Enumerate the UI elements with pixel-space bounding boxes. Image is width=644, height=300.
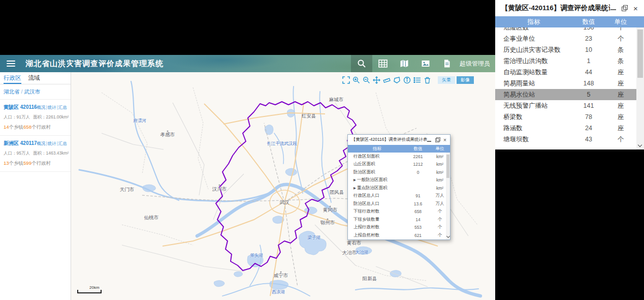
zoom-out-icon[interactable] — [362, 76, 371, 84]
table-row[interactable]: 自动监测站数量 44 座 — [495, 67, 636, 78]
table-row[interactable]: 防治区总人口 13.6 万人 — [348, 200, 450, 208]
minimize-icon[interactable] — [610, 5, 617, 12]
image-icon[interactable] — [415, 55, 436, 72]
breadcrumb: 湖北省/武汉市 — [0, 84, 71, 100]
table-row[interactable]: 桥梁数 78 座 — [495, 111, 636, 123]
breadcrumb-province-link[interactable]: 湖北省 — [4, 88, 20, 95]
dialog-window-controls: × — [427, 138, 447, 142]
district-overview-link[interactable]: 概况 — [37, 105, 46, 110]
table-row[interactable]: 行政区总人口 91 万人 — [348, 192, 450, 200]
sidebar-tab[interactable]: 行政区 — [4, 72, 21, 84]
map-water-label: 西凉湖 — [272, 289, 285, 295]
report-icon[interactable] — [436, 55, 458, 72]
basemap-button[interactable]: 矢量 — [438, 76, 455, 84]
table-icon[interactable] — [372, 55, 394, 72]
table-row[interactable]: 上报自然村数 621 个 — [348, 231, 450, 239]
table-row[interactable]: 行政区划面积 2261 km² — [348, 153, 450, 161]
dialog-titlebar[interactable]: 【黄陂区-420116】调查评价成果统计表 × — [348, 135, 450, 145]
map-city-label: 鄂州市 — [320, 220, 335, 226]
expand-arrow-icon[interactable]: ▶ — [348, 178, 356, 182]
row-label: 上报行政村数 — [352, 224, 406, 230]
panel-table-body: 危险区数 156 个 企事业单位 23 个 历史山洪灾害记录数 10 条 需治理… — [495, 27, 636, 149]
menu-icon[interactable] — [7, 59, 15, 68]
link-separator: | — [46, 141, 47, 146]
district-item: 黄陂区 420116 概况|统计|汇总 人口：91万人面积：2261.00km²… — [0, 100, 71, 136]
row-unit: 座 — [605, 124, 636, 133]
table-row[interactable]: 防治区面积 0 km² — [348, 168, 450, 176]
table-row[interactable]: ▶ 重点防治区面积 km² — [348, 184, 450, 192]
measure-icon[interactable] — [382, 76, 391, 84]
table-row[interactable]: ▶ 一般防治区面积 km² — [348, 176, 450, 185]
table-row[interactable]: 简易水位站 5 座 — [495, 89, 636, 100]
row-value: 91 — [406, 193, 430, 198]
row-label: 路涵数 — [495, 124, 572, 133]
breadcrumb-city-link[interactable]: 武汉市 — [24, 88, 40, 95]
link-separator: | — [46, 105, 47, 110]
user-name[interactable]: 超级管理员 — [460, 59, 490, 68]
table-row[interactable]: 历史山洪灾害记录数 10 条 — [495, 44, 636, 55]
district-statistics-link[interactable]: 统计 — [48, 105, 56, 110]
row-unit: 座 — [605, 102, 636, 110]
sidebar-tab[interactable]: 流域 — [28, 72, 40, 84]
row-value: 23 — [572, 35, 605, 42]
map-city-label: 孝感市 — [160, 132, 175, 138]
close-icon[interactable]: × — [632, 5, 639, 12]
table-row[interactable]: 山丘区面积 1212 km² — [348, 161, 450, 169]
trash-icon[interactable] — [423, 76, 432, 84]
district-summary-link[interactable]: 汇总 — [58, 105, 67, 110]
district-overview-link[interactable]: 概况 — [37, 141, 46, 146]
row-label: 重点防治区面积 — [356, 185, 406, 191]
row-label: 需治理山洪沟数 — [495, 57, 572, 66]
table-row[interactable]: 路涵数 24 座 — [495, 123, 636, 134]
close-icon[interactable]: × — [442, 138, 447, 142]
map-city-label: 仙桃市 — [144, 215, 159, 221]
row-label: 桥梁数 — [495, 113, 572, 122]
basemap-button[interactable]: 影像 — [457, 76, 474, 84]
table-row[interactable]: 企事业单位 23 个 — [495, 33, 636, 44]
district-name-link[interactable]: 新洲区 420117 — [4, 140, 37, 147]
table-row[interactable]: 无线预警广播站 141 座 — [495, 100, 636, 111]
district-name-link[interactable]: 黄陂区 420116 — [4, 104, 37, 111]
map-canvas[interactable]: 孝感市汉川市天门市仙桃市武汉红安县麻城市团风县黄冈市鄂州市黄石市大冶市咸宁市阳新… — [71, 72, 495, 300]
sidebar-tabs: 行政区流域 — [0, 72, 71, 84]
scroll-down-icon[interactable] — [446, 234, 450, 237]
panel-scrollbar[interactable] — [636, 27, 644, 149]
scale-label: 20km — [89, 285, 102, 290]
table-row[interactable]: 塘堰坝数 43 个 — [495, 134, 636, 145]
panel-title: 【黄陂区-420116】调查评价成果统计表 — [501, 4, 610, 13]
table-row[interactable]: 危险区数 156 个 — [495, 27, 636, 33]
minimize-icon[interactable] — [427, 138, 432, 142]
row-label: 简易水位站 — [495, 91, 572, 99]
district-statistics-link[interactable]: 统计 — [48, 141, 56, 146]
identify-icon[interactable] — [403, 76, 411, 84]
district-summary-link[interactable]: 汇总 — [58, 141, 67, 146]
table-row[interactable]: 需治理山洪沟数 1 条 — [495, 55, 636, 67]
table-row[interactable]: 下辖行政村数 658 个 — [348, 208, 450, 216]
polygon-select-icon[interactable] — [393, 76, 401, 84]
table-row[interactable]: 上报行政村数 553 个 — [348, 224, 450, 232]
scrollbar-thumb[interactable] — [446, 155, 449, 178]
map-city-label: 大冶市 — [342, 250, 357, 256]
map-icon[interactable] — [394, 55, 415, 72]
map-scalebar: 20km — [77, 285, 102, 293]
scroll-down-icon[interactable] — [638, 143, 642, 147]
restore-icon[interactable] — [621, 5, 628, 12]
pan-icon[interactable] — [372, 76, 381, 84]
table-row[interactable]: 简易雨量站 148 座 — [495, 78, 636, 89]
expand-arrow-icon[interactable]: ▶ — [348, 186, 356, 190]
restore-icon[interactable] — [435, 138, 439, 142]
panel-titlebar[interactable]: 【黄陂区-420116】调查评价成果统计表 × — [495, 0, 644, 16]
dialog-scrollbar[interactable] — [446, 153, 450, 239]
scrollbar-thumb[interactable] — [637, 29, 643, 78]
row-value: 78 — [572, 113, 605, 121]
breadcrumb-separator: / — [21, 88, 23, 95]
table-row[interactable]: 下辖乡镇数量 14 个 — [348, 216, 450, 224]
row-label: 历史山洪灾害记录数 — [495, 46, 572, 54]
row-label: 自动监测站数量 — [495, 68, 572, 77]
legend-icon[interactable] — [413, 76, 422, 84]
stats-dialog: 【黄陂区-420116】调查评价成果统计表 × 指标 数值 单位 行政区划面积 … — [347, 134, 450, 240]
search-icon[interactable] — [351, 55, 372, 72]
full-extent-icon[interactable] — [342, 76, 350, 84]
zoom-in-icon[interactable] — [352, 76, 361, 84]
map-city-label: 红安县 — [302, 113, 316, 119]
